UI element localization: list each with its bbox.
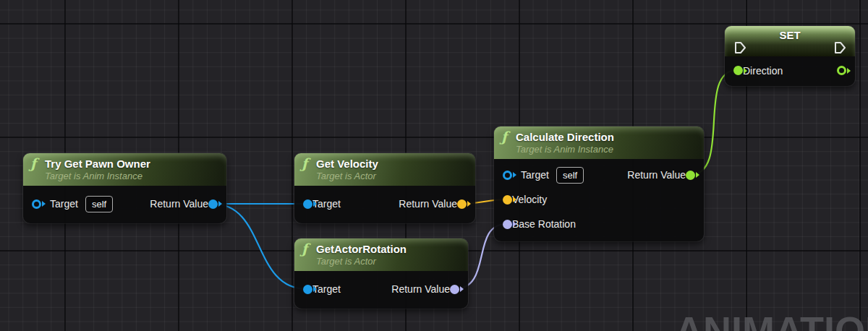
node-get-actor-rotation[interactable]: ƒ GetActorRotation Target is Actor Targe… xyxy=(294,238,468,309)
node-header[interactable]: ƒ Try Get Pawn Owner Target is Anim Inst… xyxy=(23,153,226,186)
node-title: Get Velocity xyxy=(316,158,378,170)
pin-return-value-output[interactable] xyxy=(450,285,459,294)
node-subtitle: Target is Actor xyxy=(316,256,459,267)
pin-base-rotation-input[interactable] xyxy=(503,220,512,229)
pin-return-value-output[interactable] xyxy=(686,171,695,180)
pin-target-input[interactable] xyxy=(303,199,312,209)
pin-return-value-output[interactable] xyxy=(208,199,218,209)
function-icon: ƒ xyxy=(501,130,516,143)
pin-velocity-label: Velocity xyxy=(512,194,547,205)
pin-target-label: Target xyxy=(50,198,78,210)
pin-velocity-input[interactable] xyxy=(503,195,512,205)
self-default-value[interactable]: self xyxy=(85,196,113,212)
node-header[interactable]: ƒ Calculate Direction Target is Anim Ins… xyxy=(494,126,704,159)
wire-pawnowner-to-getactorrotation[interactable] xyxy=(213,204,307,289)
node-title: SET xyxy=(725,29,855,41)
function-icon: ƒ xyxy=(30,157,45,170)
node-header[interactable]: ƒ Get Velocity Target is Actor xyxy=(294,153,475,186)
exec-out-pin[interactable] xyxy=(833,40,847,55)
self-default-value[interactable]: self xyxy=(556,167,584,184)
pin-direction-label: Direction xyxy=(743,65,783,77)
node-get-velocity[interactable]: ƒ Get Velocity Target is Actor Target Re… xyxy=(294,153,475,223)
node-subtitle: Target is Anim Instance xyxy=(516,144,695,155)
pin-return-value-label: Return Value xyxy=(391,283,450,295)
pin-target-label: Target xyxy=(521,169,549,181)
node-header[interactable]: SET xyxy=(725,26,855,56)
pin-return-value-output[interactable] xyxy=(457,199,467,209)
node-title: GetActorRotation xyxy=(316,243,407,255)
node-title: Calculate Direction xyxy=(516,131,614,143)
node-try-get-pawn-owner[interactable]: ƒ Try Get Pawn Owner Target is Anim Inst… xyxy=(23,153,226,223)
pin-return-value-label: Return Value xyxy=(399,198,457,210)
animation-watermark: ANIMATION xyxy=(675,308,868,331)
node-set-direction[interactable]: SET Direction xyxy=(725,26,855,86)
function-icon: ƒ xyxy=(302,242,316,255)
pin-return-value-label: Return Value xyxy=(150,198,208,210)
exec-in-pin[interactable] xyxy=(733,40,747,55)
pin-direction-input[interactable] xyxy=(733,66,743,75)
node-subtitle: Target is Actor xyxy=(316,171,467,181)
pin-return-value-label: Return Value xyxy=(627,169,686,181)
node-title: Try Get Pawn Owner xyxy=(45,158,150,170)
node-subtitle: Target is Anim Instance xyxy=(45,171,218,181)
pin-direction-output[interactable] xyxy=(837,66,846,75)
pin-base-rotation-label: Base Rotation xyxy=(512,218,576,230)
pin-target-input[interactable] xyxy=(32,199,41,209)
pin-target-input[interactable] xyxy=(303,285,312,294)
blueprint-graph-canvas[interactable]: ƒ Try Get Pawn Owner Target is Anim Inst… xyxy=(0,0,868,331)
function-icon: ƒ xyxy=(302,157,316,170)
node-header[interactable]: ƒ GetActorRotation Target is Actor xyxy=(294,238,468,271)
node-calculate-direction[interactable]: ƒ Calculate Direction Target is Anim Ins… xyxy=(494,126,704,241)
pin-target-input[interactable] xyxy=(503,171,512,180)
